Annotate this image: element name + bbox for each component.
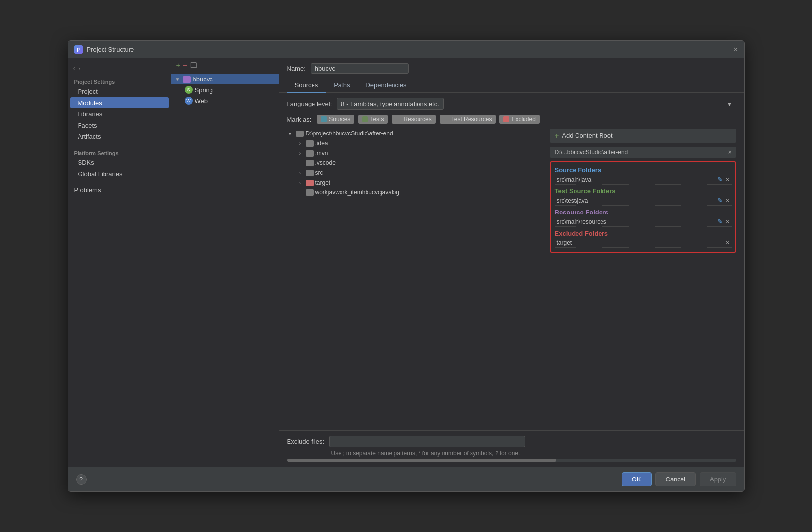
ftree-root[interactable]: ▼ D:\project\hbucvcStudio\after-end: [287, 129, 546, 138]
tree-node-hbucvc[interactable]: ▼ hbucvc: [171, 74, 279, 84]
app-icon: P: [74, 45, 83, 54]
sidebar-item-artifacts[interactable]: Artifacts: [68, 131, 171, 142]
resources-badge-icon: [395, 116, 401, 122]
ftree-src[interactable]: › src: [287, 168, 546, 178]
mvn-folder-icon: [306, 150, 314, 157]
web-icon: W: [185, 97, 193, 105]
nav-back[interactable]: ‹: [73, 64, 76, 72]
excluded-folders-section: Excluded Folders target ×: [555, 230, 732, 248]
edit-resource-button[interactable]: ✎: [717, 218, 723, 225]
exclude-files-input[interactable]: [329, 436, 525, 447]
excluded-badge-icon: [503, 116, 509, 122]
language-level-label: Language level:: [287, 100, 332, 107]
file-tree: ▼ D:\project\hbucvcStudio\after-end › .i…: [287, 129, 546, 426]
resource-entry-0: src\main\resources ✎ ×: [555, 217, 732, 227]
main-body: Language level: 8 - Lambdas, type annota…: [279, 93, 744, 430]
close-icon[interactable]: ×: [733, 46, 738, 53]
right-panel: + Add Content Root D:\...bbucvcStudio\af…: [550, 129, 736, 426]
mark-tests-button[interactable]: Tests: [358, 115, 388, 124]
resource-entry-actions: ✎ ×: [717, 218, 730, 225]
spring-label: Spring: [195, 86, 213, 94]
resource-folders-section: Resource Folders src\main\resources ✎ ×: [555, 209, 732, 227]
edit-test-button[interactable]: ✎: [717, 197, 723, 204]
exclude-files-row: Exclude files:: [287, 436, 736, 447]
title-bar: P Project Structure ×: [68, 41, 744, 58]
add-content-root-label: Add Content Root: [562, 132, 612, 139]
sidebar: ‹ › Project Settings Project Modules Lib…: [68, 58, 171, 467]
add-content-root-button[interactable]: + Add Content Root: [550, 129, 736, 143]
project-settings-label: Project Settings: [68, 76, 171, 86]
ftree-mvn-label: .mvn: [315, 150, 328, 157]
apply-button[interactable]: Apply: [700, 472, 736, 486]
sidebar-item-facets[interactable]: Facets: [68, 120, 171, 131]
sidebar-item-global-libraries[interactable]: Global Libraries: [68, 168, 171, 180]
cancel-button[interactable]: Cancel: [655, 472, 696, 486]
source-path-0: src\main\java: [557, 176, 717, 183]
sidebar-item-project[interactable]: Project: [68, 86, 171, 97]
test-source-folders-section: Test Source Folders src\test\java ✎ ×: [555, 187, 732, 206]
name-input[interactable]: [311, 63, 409, 74]
ftree-vscode[interactable]: .vscode: [287, 158, 546, 168]
mark-excluded-button[interactable]: Excluded: [499, 115, 539, 124]
tab-dependencies[interactable]: Dependencies: [358, 79, 414, 93]
ftree-idea[interactable]: › .idea: [287, 138, 546, 148]
ftree-vscode-label: .vscode: [315, 160, 336, 166]
delete-source-button[interactable]: ×: [726, 176, 730, 183]
workjava-folder-icon: [306, 189, 314, 196]
delete-test-button[interactable]: ×: [726, 197, 730, 204]
source-entry-actions: ✎ ×: [717, 176, 730, 183]
mark-as-label: Mark as:: [287, 116, 312, 123]
chevron-down-icon: ▼: [175, 77, 181, 82]
delete-resource-button[interactable]: ×: [726, 218, 730, 225]
web-label: Web: [195, 97, 208, 105]
bottom-area: Exclude files: Use ; to separate name pa…: [279, 430, 744, 467]
chevron-right-icon: ›: [297, 141, 304, 146]
mark-test-resources-button[interactable]: Test Resources: [440, 115, 496, 124]
root-path-label: D:\project\hbucvcStudio\after-end: [306, 130, 393, 137]
sidebar-item-modules[interactable]: Modules: [70, 97, 169, 108]
ftree-mvn[interactable]: › .mvn: [287, 148, 546, 158]
tree-node-spring[interactable]: S Spring: [171, 84, 279, 95]
title-bar-left: P Project Structure: [74, 45, 134, 54]
language-level-wrapper: 8 - Lambdas, type annotations etc. ▼: [337, 98, 736, 110]
sidebar-item-problems[interactable]: Problems: [68, 184, 171, 196]
help-button[interactable]: ?: [76, 474, 87, 485]
ok-button[interactable]: OK: [622, 472, 652, 486]
scrollbar-track[interactable]: [287, 459, 736, 462]
tree-node-web[interactable]: W Web: [171, 95, 279, 106]
delete-excluded-button[interactable]: ×: [726, 239, 730, 246]
language-level-select[interactable]: 8 - Lambdas, type annotations etc.: [337, 98, 444, 110]
folders-panel: Source Folders src\main\java ✎ ×: [550, 161, 736, 253]
mark-sources-button[interactable]: Sources: [317, 115, 354, 124]
tests-badge-icon: [362, 116, 368, 122]
target-folder-icon: [306, 180, 314, 186]
src-folder-icon: [306, 170, 314, 176]
remove-module-button[interactable]: −: [183, 61, 187, 69]
tree-toolbar: + − ❑: [171, 58, 279, 72]
sidebar-item-sdks[interactable]: SDKs: [68, 157, 171, 168]
ftree-src-label: src: [315, 169, 323, 176]
copy-module-button[interactable]: ❑: [190, 61, 197, 69]
chevron-right-icon: ›: [297, 180, 304, 186]
add-module-button[interactable]: +: [176, 61, 181, 69]
plus-icon: +: [555, 132, 559, 140]
test-entry-actions: ✎ ×: [717, 197, 730, 204]
tab-paths[interactable]: Paths: [326, 79, 358, 93]
tabs-row: Sources Paths Dependencies: [287, 79, 736, 92]
nav-forward[interactable]: ›: [78, 64, 80, 72]
ftree-workjava[interactable]: workjavwork_itemhbucvcjavalog: [287, 187, 546, 197]
edit-source-button[interactable]: ✎: [717, 176, 723, 183]
exclude-files-label: Exclude files:: [287, 438, 325, 445]
ftree-target-label: target: [315, 179, 331, 186]
nav-arrows: ‹ ›: [68, 62, 171, 76]
scrollbar-thumb[interactable]: [287, 459, 557, 462]
module-tree-panel: + − ❑ ▼ hbucvc S Spring W Web: [171, 58, 279, 467]
sidebar-item-libraries[interactable]: Libraries: [68, 108, 171, 120]
tab-sources[interactable]: Sources: [287, 79, 326, 93]
excluded-folders-label: Excluded Folders: [555, 230, 732, 237]
ftree-target[interactable]: › target: [287, 178, 546, 187]
mark-resources-button[interactable]: Resources: [392, 115, 435, 124]
exclude-hint: Use ; to separate name patterns, * for a…: [287, 450, 736, 457]
remove-content-root-button[interactable]: ×: [728, 149, 731, 156]
module-folder-icon: [183, 76, 191, 83]
